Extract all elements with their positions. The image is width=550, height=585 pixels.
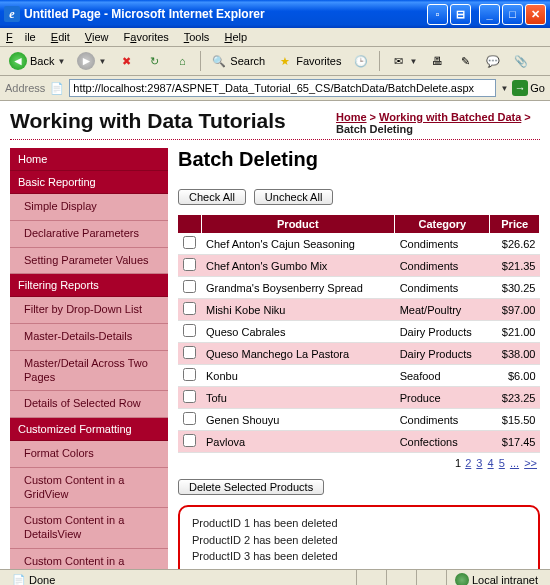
stop-button[interactable]: ✖: [114, 51, 138, 71]
search-button[interactable]: 🔍Search: [207, 51, 269, 71]
row-checkbox[interactable]: [183, 434, 196, 447]
print-icon: 🖶: [429, 53, 445, 69]
nav-home[interactable]: Home: [10, 148, 168, 171]
cell-category: Seafood: [395, 365, 490, 387]
sidebar: Home Basic Reporting Simple Display Decl…: [10, 148, 168, 569]
table-row: Queso CabralesDairy Products$21.00: [178, 321, 540, 343]
menu-tools[interactable]: Tools: [184, 31, 210, 43]
menu-view[interactable]: View: [85, 31, 109, 43]
pager-dots[interactable]: ...: [510, 457, 519, 469]
pager-5[interactable]: 5: [499, 457, 505, 469]
crumb-current: Batch Deleting: [336, 123, 413, 135]
nav-filtering-reports[interactable]: Filtering Reports: [10, 274, 168, 297]
nav-master-two-pages[interactable]: Master/Detail Across Two Pages: [10, 351, 168, 392]
maximize-button[interactable]: □: [502, 4, 523, 25]
row-checkbox[interactable]: [183, 324, 196, 337]
refresh-button[interactable]: ↻: [142, 51, 166, 71]
cell-price: $97.00: [490, 299, 540, 321]
nav-custom-gridview[interactable]: Custom Content in a GridView: [10, 468, 168, 509]
table-row: PavlovaConfections$17.45: [178, 431, 540, 453]
pager-2[interactable]: 2: [465, 457, 471, 469]
row-checkbox[interactable]: [183, 280, 196, 293]
crumb-section[interactable]: Working with Batched Data: [379, 111, 521, 123]
nav-customized-formatting[interactable]: Customized Formatting: [10, 418, 168, 441]
aux-button-1[interactable]: ▫: [427, 4, 448, 25]
cell-category: Meat/Poultry: [395, 299, 490, 321]
edit-button[interactable]: ✎: [453, 51, 477, 71]
address-label: Address: [5, 82, 45, 94]
back-icon: ◄: [9, 52, 27, 70]
col-category: Category: [395, 215, 490, 233]
history-button[interactable]: 🕒: [349, 51, 373, 71]
go-button[interactable]: →Go: [512, 80, 545, 96]
nav-master-details[interactable]: Master-Details-Details: [10, 324, 168, 351]
discuss-button[interactable]: 💬: [481, 51, 505, 71]
result-message: ProductID 2 has been deleted: [192, 532, 526, 549]
home-icon: ⌂: [174, 53, 190, 69]
star-icon: ★: [277, 53, 293, 69]
nav-custom-detailsview[interactable]: Custom Content in a DetailsView: [10, 508, 168, 549]
cell-price: $6.00: [490, 365, 540, 387]
nav-setting-parameter[interactable]: Setting Parameter Values: [10, 248, 168, 275]
aux-button-2[interactable]: ⊟: [450, 4, 471, 25]
col-price: Price: [490, 215, 540, 233]
row-checkbox[interactable]: [183, 368, 196, 381]
check-all-button[interactable]: Check All: [178, 189, 246, 205]
print-button[interactable]: 🖶: [425, 51, 449, 71]
crumb-home[interactable]: Home: [336, 111, 367, 123]
zone-icon: [455, 573, 469, 585]
row-checkbox[interactable]: [183, 412, 196, 425]
mail-button[interactable]: ✉▼: [386, 51, 421, 71]
cell-product: Genen Shouyu: [201, 409, 395, 431]
cell-product: Tofu: [201, 387, 395, 409]
nav-declarative-parameters[interactable]: Declarative Parameters: [10, 221, 168, 248]
forward-button[interactable]: ►▼: [73, 50, 110, 72]
nav-basic-reporting[interactable]: Basic Reporting: [10, 171, 168, 194]
nav-custom-partial[interactable]: Custom Content in a: [10, 549, 168, 569]
nav-format-colors[interactable]: Format Colors: [10, 441, 168, 468]
home-button[interactable]: ⌂: [170, 51, 194, 71]
forward-icon: ►: [77, 52, 95, 70]
window-titlebar: e Untitled Page - Microsoft Internet Exp…: [0, 0, 550, 28]
table-row: Mishi Kobe NikuMeat/Poultry$97.00: [178, 299, 540, 321]
address-dropdown[interactable]: ▼: [500, 84, 508, 93]
delete-selected-button[interactable]: Delete Selected Products: [178, 479, 324, 495]
row-checkbox[interactable]: [183, 258, 196, 271]
pager-next[interactable]: >>: [524, 457, 537, 469]
page-heading: Batch Deleting: [178, 148, 540, 171]
breadcrumb: Home > Working with Batched Data > Batch…: [336, 111, 536, 135]
pager-3[interactable]: 3: [476, 457, 482, 469]
row-checkbox[interactable]: [183, 302, 196, 315]
close-button[interactable]: ✕: [525, 4, 546, 25]
address-input[interactable]: [69, 79, 496, 97]
page-content: Working with Data Tutorials Home > Worki…: [0, 101, 550, 569]
cell-price: $23.25: [490, 387, 540, 409]
cell-price: $17.45: [490, 431, 540, 453]
nav-details-selected[interactable]: Details of Selected Row: [10, 391, 168, 418]
menu-file[interactable]: File: [6, 31, 36, 43]
row-checkbox[interactable]: [183, 390, 196, 403]
result-message: ProductID 1 has been deleted: [192, 515, 526, 532]
menu-favorites[interactable]: Favorites: [124, 31, 169, 43]
row-checkbox[interactable]: [183, 346, 196, 359]
history-icon: 🕒: [353, 53, 369, 69]
nav-filter-dropdown[interactable]: Filter by Drop-Down List: [10, 297, 168, 324]
uncheck-all-button[interactable]: Uncheck All: [254, 189, 333, 205]
cell-product: Queso Manchego La Pastora: [201, 343, 395, 365]
done-icon: 📄: [12, 574, 26, 586]
favorites-label: Favorites: [296, 55, 341, 67]
main: Batch Deleting Check All Uncheck All Pro…: [178, 148, 540, 569]
research-button[interactable]: 📎: [509, 51, 533, 71]
row-checkbox[interactable]: [183, 236, 196, 249]
back-button[interactable]: ◄Back ▼: [5, 50, 69, 72]
minimize-button[interactable]: _: [479, 4, 500, 25]
favorites-button[interactable]: ★Favorites: [273, 51, 345, 71]
menu-help[interactable]: Help: [224, 31, 247, 43]
page-icon: 📄: [49, 80, 65, 96]
nav-simple-display[interactable]: Simple Display: [10, 194, 168, 221]
menu-edit[interactable]: Edit: [51, 31, 70, 43]
cell-product: Mishi Kobe Niku: [201, 299, 395, 321]
cell-price: $30.25: [490, 277, 540, 299]
pager-4[interactable]: 4: [488, 457, 494, 469]
cell-category: Condiments: [395, 255, 490, 277]
